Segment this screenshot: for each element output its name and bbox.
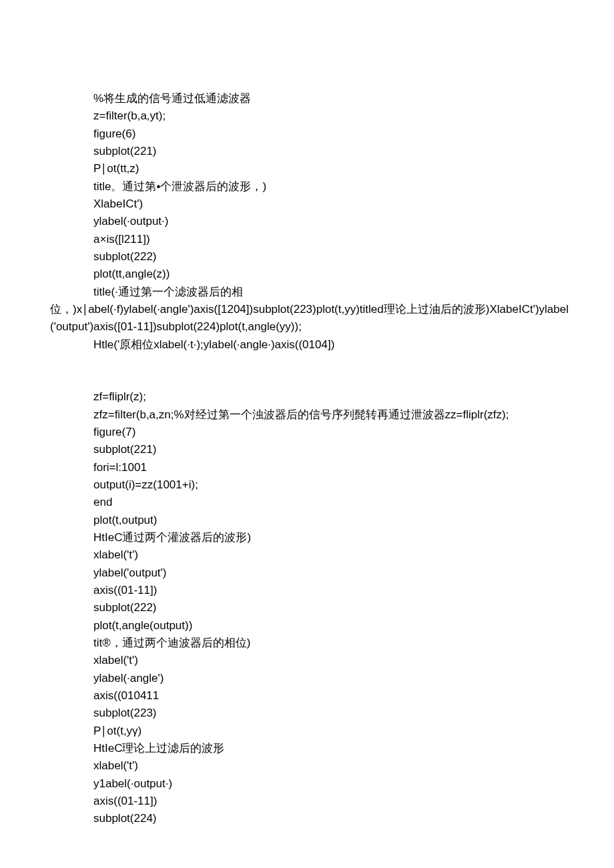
code-line: subplot(222) (0, 599, 614, 616)
code-line: ylabel('output') (0, 564, 614, 582)
code-line: tit®，通过两个迪波器后的相位) (0, 634, 614, 652)
blank-line (0, 371, 614, 388)
code-line: subplot(222) (0, 248, 614, 266)
code-document: %将生成的信号通过低通滤波器 z=filter(b,a,yt); figure(… (0, 90, 614, 828)
code-line: fori=l:1001 (0, 459, 614, 476)
code-line: Htle('原相位xlabel(∙t∙);ylabel(∙angle∙)axis… (0, 336, 614, 354)
code-line: y1abel(∙output∙) (0, 775, 614, 793)
code-line: title(∙通过第一个滤波器后的相 (0, 284, 614, 301)
code-line: figure(6) (0, 125, 614, 143)
code-line: subplot(221) (0, 441, 614, 458)
code-line: ylabel(∙angle') (0, 670, 614, 687)
code-line-wrapped: 位，)x∣abel(∙f)ylabel(∙angle')axis([1204])… (0, 301, 614, 336)
code-line: zf=fliplr(z); (0, 388, 614, 406)
code-line: xlabel('t') (0, 757, 614, 775)
code-line: axis((01-11]) (0, 582, 614, 599)
code-line: axis((01-11]) (0, 793, 614, 810)
code-line: z=filter(b,a,yt); (0, 107, 614, 125)
code-line: ylabel(∙output∙) (0, 213, 614, 230)
code-line: plot(t,output) (0, 512, 614, 529)
code-line: zfz=filter(b,a,zn;%对经过第一个浊波器后的信号序列髭转再通过泄… (0, 406, 614, 424)
code-line: end (0, 494, 614, 511)
code-line: P∣ot(t,yγ) (0, 723, 614, 740)
code-line: XlabeICt') (0, 195, 614, 213)
code-line: HtIeC理论上过滤后的波形 (0, 740, 614, 757)
code-line: xlabel('t') (0, 652, 614, 669)
code-line: plot(tt,angle(z)) (0, 266, 614, 283)
code-line: subplot(223) (0, 705, 614, 722)
code-line: P∣ot(tt,z) (0, 160, 614, 177)
code-line: HtIeC通过两个灌波器后的波形) (0, 529, 614, 546)
code-line: axis((010411 (0, 687, 614, 705)
blank-line (0, 354, 614, 371)
code-line: xlabel('t') (0, 546, 614, 564)
code-line: plot(t,angle(output)) (0, 617, 614, 634)
code-line: subplot(224) (0, 810, 614, 827)
code-line: title。通过第•个泄波器后的波形，) (0, 178, 614, 195)
code-line: subplot(221) (0, 143, 614, 160)
code-line: %将生成的信号通过低通滤波器 (0, 90, 614, 107)
code-line: output(i)=zz(1001+i); (0, 476, 614, 494)
code-line: a×is([l211]) (0, 231, 614, 248)
code-line: figure(7) (0, 424, 614, 441)
